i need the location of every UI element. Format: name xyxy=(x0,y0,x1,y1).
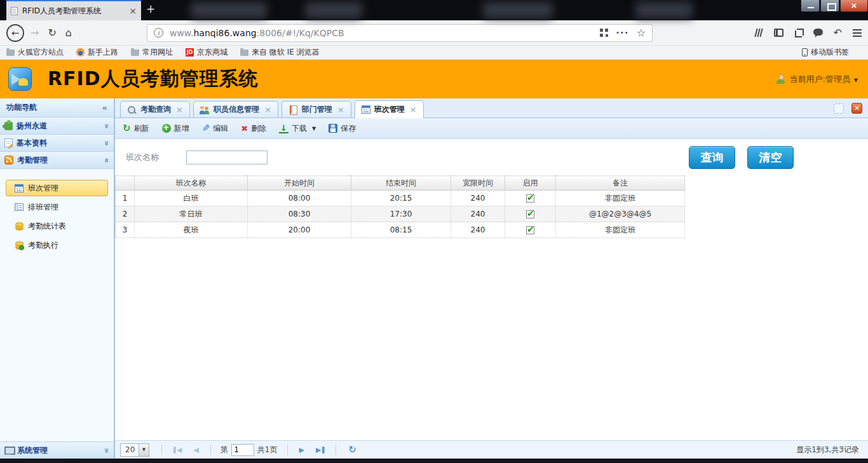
cell-enabled xyxy=(505,206,556,222)
bookmark-item[interactable]: 新手上路 xyxy=(76,47,118,58)
enabled-checkbox[interactable] xyxy=(526,194,534,203)
tab-attendance-query[interactable]: 考勤查询 xyxy=(120,101,190,117)
next-page-button[interactable] xyxy=(299,446,304,454)
site-info-icon[interactable] xyxy=(154,28,163,37)
folder-icon xyxy=(6,50,15,56)
bookmark-item[interactable]: JD京东商城 xyxy=(186,47,227,58)
sidebar-item-label: 考勤执行 xyxy=(28,240,58,251)
people-icon xyxy=(200,105,210,114)
current-user-menu[interactable]: 当前用户:管理员 xyxy=(776,74,858,85)
taskbar-edge xyxy=(0,459,868,463)
column-header-enabled[interactable]: 启用 xyxy=(505,176,556,191)
refresh-button[interactable]: 刷新 xyxy=(123,123,149,134)
page-size-select[interactable]: 20 xyxy=(120,443,149,457)
column-header-grace[interactable]: 宽限时间 xyxy=(451,176,505,191)
close-tab-icon[interactable] xyxy=(129,6,137,16)
page-actions-icon[interactable] xyxy=(616,29,629,36)
window-controls xyxy=(800,0,868,12)
collapse-sidebar-icon[interactable] xyxy=(102,103,107,112)
first-page-button[interactable] xyxy=(173,446,182,454)
sidebar-item-label: 班次管理 xyxy=(28,183,58,194)
page-total-label: 共1页 xyxy=(257,445,278,455)
tab-staff-info[interactable]: 职员信息管理 xyxy=(193,101,278,117)
notepad-icon xyxy=(288,105,298,114)
qr-code-icon[interactable] xyxy=(600,29,608,37)
bookmark-item[interactable]: 火狐官方站点 xyxy=(6,47,64,58)
minimize-button[interactable] xyxy=(801,0,820,12)
sidebar-item-attendance-execution[interactable]: 考勤执行 xyxy=(6,237,108,253)
mobile-bookmarks-folder[interactable]: 移动版书签 xyxy=(802,47,849,58)
column-header-name[interactable]: 班次名称 xyxy=(135,176,248,191)
last-page-bar: ▐ xyxy=(320,447,324,453)
enabled-checkbox[interactable] xyxy=(526,210,534,218)
delete-button[interactable]: 删除 xyxy=(241,123,266,134)
tab-label: 考勤查询 xyxy=(140,104,171,115)
sidebar-section-yangzhou[interactable]: 扬州永道 xyxy=(0,117,114,135)
sidebar-toggle-icon[interactable] xyxy=(774,29,783,37)
close-window-button[interactable] xyxy=(840,0,868,12)
row-number: 3 xyxy=(116,222,135,238)
download-button[interactable]: 下载 xyxy=(279,123,316,134)
table-row[interactable]: 3 夜班 20:00 08:15 240 非固定班 xyxy=(116,222,685,238)
bookmark-label: 新手上路 xyxy=(88,47,118,58)
back-button[interactable] xyxy=(6,24,24,42)
column-header-start[interactable]: 开始时间 xyxy=(248,176,351,191)
page-number-input[interactable] xyxy=(231,444,254,456)
shift-name-input[interactable] xyxy=(186,151,268,164)
screenshot-icon[interactable] xyxy=(794,29,803,37)
sidebar-item-shift-management[interactable]: 班次管理 xyxy=(6,180,108,196)
reload-button[interactable] xyxy=(48,28,56,38)
close-icon[interactable] xyxy=(410,105,417,114)
close-icon[interactable] xyxy=(176,105,183,114)
url-bar[interactable]: www.hanqi86.wang:8006/#!/Kq/KQPCB xyxy=(147,24,653,42)
divider xyxy=(336,445,336,455)
row-number-header[interactable] xyxy=(116,176,135,191)
reload-grid-button[interactable] xyxy=(348,444,356,455)
add-button[interactable]: 新增 xyxy=(162,123,189,134)
table-row[interactable]: 1 白班 08:00 20:15 240 非固定班 xyxy=(116,191,685,206)
home-button[interactable] xyxy=(65,28,72,38)
forward-button[interactable] xyxy=(31,28,39,38)
close-icon[interactable] xyxy=(264,105,271,114)
bookmark-star-icon[interactable] xyxy=(637,27,646,39)
last-page-button[interactable]: ▐ xyxy=(316,446,324,454)
delete-icon xyxy=(241,124,248,133)
library-icon[interactable] xyxy=(754,28,763,37)
coins-icon xyxy=(15,222,24,231)
browser-tab[interactable]: RFID人员考勤管理系统 xyxy=(6,0,141,20)
download-icon xyxy=(279,124,288,133)
previous-page-button[interactable] xyxy=(193,446,198,454)
new-tab-button[interactable]: + xyxy=(141,0,160,19)
bookmark-item[interactable]: 常用网址 xyxy=(131,47,173,58)
sidebar-section-basic-data[interactable]: 基本资料 xyxy=(0,135,114,152)
enabled-checkbox[interactable] xyxy=(526,226,534,234)
tab-shift-management[interactable]: 班次管理 xyxy=(355,100,424,118)
sidebar-item-attendance-statistics[interactable]: 考勤统计表 xyxy=(6,218,108,234)
save-button[interactable]: 保存 xyxy=(329,123,356,134)
sidebar-item-schedule-management[interactable]: 排班管理 xyxy=(6,199,108,215)
chat-icon[interactable] xyxy=(813,29,823,36)
bookmark-item[interactable]: 来自 微软 IE 浏览器 xyxy=(240,47,320,58)
sidebar-section-attendance[interactable]: 考勤管理 xyxy=(0,152,114,169)
fullscreen-icon[interactable] xyxy=(834,104,844,114)
sidebar-section-system[interactable]: 系统管理 xyxy=(0,441,114,459)
grid-empty-area xyxy=(115,238,868,440)
column-header-remark[interactable]: 备注 xyxy=(556,176,685,191)
edit-button[interactable]: 编辑 xyxy=(202,123,229,134)
cell-end: 17:30 xyxy=(351,206,451,222)
clear-button[interactable]: 清空 xyxy=(747,146,794,169)
close-panel-icon[interactable] xyxy=(851,103,862,114)
tab-label: 职员信息管理 xyxy=(214,104,259,115)
maximize-button[interactable] xyxy=(820,0,839,12)
hamburger-menu-icon[interactable] xyxy=(853,29,862,30)
close-icon[interactable] xyxy=(337,105,344,114)
sidebar-title: 功能导航 xyxy=(6,102,37,113)
column-header-end[interactable]: 结束时间 xyxy=(351,176,451,191)
table-row[interactable]: 2 常日班 08:30 17:30 240 @1@2@3@4@5 xyxy=(116,206,685,222)
restore-icon[interactable] xyxy=(834,27,842,39)
grid-toolbar: 刷新 新增 编辑 删除 下载 保存 xyxy=(115,118,868,139)
query-button[interactable]: 查询 xyxy=(689,146,735,169)
page-prefix-label: 第 xyxy=(220,445,228,455)
tab-department[interactable]: 部门管理 xyxy=(281,101,351,117)
cell-end: 20:15 xyxy=(351,191,451,206)
